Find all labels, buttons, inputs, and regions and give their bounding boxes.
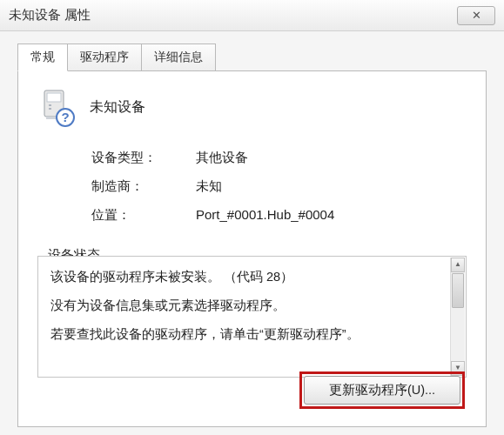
- tab-general[interactable]: 常规: [17, 44, 68, 71]
- scroll-thumb[interactable]: [452, 273, 464, 308]
- svg-rect-2: [49, 104, 51, 106]
- device-type-value: 其他设备: [196, 150, 467, 166]
- info-grid: 设备类型： 其他设备 制造商： 未知 位置： Port_#0001.Hub_#0…: [91, 150, 467, 224]
- status-line-3: 若要查找此设备的驱动程序，请单击“更新驱动程序”。: [50, 326, 450, 343]
- info-row-manufacturer: 制造商： 未知: [91, 178, 467, 195]
- svg-rect-3: [49, 108, 51, 110]
- svg-text:?: ?: [61, 110, 69, 124]
- info-row-location: 位置： Port_#0001.Hub_#0004: [91, 207, 467, 224]
- location-value: Port_#0001.Hub_#0004: [196, 207, 467, 224]
- tab-strip: 常规 驱动程序 详细信息: [17, 44, 487, 70]
- tab-panel-general: ? 未知设备 设备类型： 其他设备 制造商： 未知 位置： Port_#0001…: [17, 70, 487, 427]
- close-icon: ✕: [472, 9, 481, 22]
- status-scrollbar[interactable]: ▲ ▼: [450, 258, 465, 376]
- manufacturer-value: 未知: [196, 178, 467, 195]
- tab-driver[interactable]: 驱动程序: [68, 44, 142, 70]
- manufacturer-label: 制造商：: [91, 178, 196, 195]
- tab-details[interactable]: 详细信息: [142, 44, 216, 70]
- client-area: 常规 驱动程序 详细信息 ? 未知设备: [0, 31, 504, 435]
- unknown-device-icon: ?: [37, 87, 77, 127]
- close-button[interactable]: ✕: [457, 6, 495, 25]
- device-name: 未知设备: [90, 98, 145, 117]
- window-title: 未知设备 属性: [9, 7, 91, 23]
- svg-rect-1: [47, 93, 61, 102]
- properties-window: 未知设备 属性 ✕ 常规 驱动程序 详细信息 ?: [0, 0, 504, 435]
- status-line-1: 该设备的驱动程序未被安装。 （代码 28）: [50, 269, 450, 285]
- device-status-textbox[interactable]: 该设备的驱动程序未被安装。 （代码 28） 没有为设备信息集或元素选择驱动程序。…: [37, 256, 467, 378]
- device-type-label: 设备类型：: [91, 150, 196, 166]
- status-line-2: 没有为设备信息集或元素选择驱动程序。: [50, 298, 450, 314]
- update-driver-highlight: 更新驱动程序(U)...: [299, 371, 465, 409]
- device-header: ? 未知设备: [37, 87, 467, 127]
- scroll-up-icon[interactable]: ▲: [451, 258, 465, 272]
- location-label: 位置：: [91, 207, 196, 224]
- info-row-type: 设备类型： 其他设备: [91, 150, 467, 166]
- titlebar: 未知设备 属性 ✕: [0, 0, 504, 31]
- update-driver-button[interactable]: 更新驱动程序(U)...: [304, 376, 460, 405]
- device-status-group: 设备状态 该设备的驱动程序未被安装。 （代码 28） 没有为设备信息集或元素选择…: [37, 239, 467, 378]
